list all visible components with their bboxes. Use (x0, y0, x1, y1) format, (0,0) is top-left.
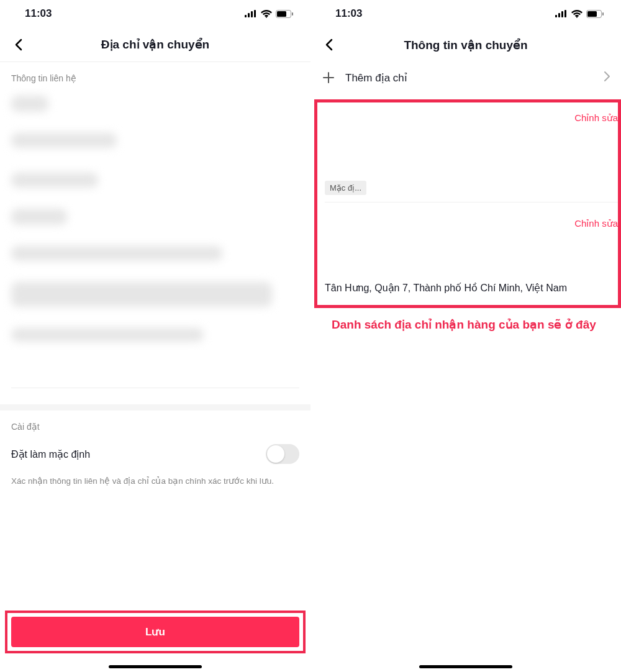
section-divider (0, 404, 310, 411)
cellular-icon (245, 10, 257, 17)
add-address-label: Thêm địa chỉ (345, 71, 594, 84)
toggle-knob (267, 445, 284, 463)
svg-rect-5 (277, 11, 286, 17)
settings-section: Cài đặt Đặt làm mặc định Xác nhận thông … (0, 411, 310, 499)
svg-rect-1 (248, 13, 250, 17)
svg-rect-7 (555, 15, 557, 17)
annotation-text: Danh sách địa chỉ nhận hàng của bạn sẽ ở… (310, 308, 621, 334)
save-button[interactable]: Lưu (11, 617, 299, 647)
settings-label: Cài đặt (11, 422, 299, 432)
battery-icon (276, 10, 293, 18)
phone-left: 11:03 Địa chỉ vận chuyển Thông tin liên … (0, 0, 310, 672)
status-icons (245, 10, 293, 18)
svg-rect-6 (292, 12, 293, 16)
svg-rect-10 (564, 10, 566, 17)
default-toggle[interactable] (266, 444, 299, 464)
save-highlight: Lưu (5, 611, 306, 653)
svg-rect-9 (561, 11, 563, 17)
save-hint: Xác nhận thông tin liên hệ và địa chỉ củ… (11, 475, 299, 488)
battery-icon (586, 10, 604, 18)
address-divider (325, 202, 618, 202)
page-title: Địa chỉ vận chuyển (0, 37, 310, 52)
default-badge: Mặc đị... (325, 181, 366, 195)
default-toggle-row: Đặt làm mặc định (11, 444, 299, 464)
svg-rect-3 (254, 10, 256, 17)
svg-rect-13 (602, 12, 604, 16)
phone-right: 11:03 Thông tin vận chuyển Thêm địa chỉ (310, 0, 621, 672)
chevron-right-icon (604, 71, 610, 84)
add-address-row[interactable]: Thêm địa chỉ (310, 62, 621, 93)
back-button[interactable] (11, 37, 26, 52)
home-indicator (109, 665, 202, 668)
cellular-icon (555, 10, 568, 17)
svg-rect-0 (245, 15, 247, 17)
svg-rect-2 (251, 11, 253, 17)
chevron-left-icon (15, 39, 22, 51)
wifi-icon (571, 10, 582, 18)
address-text: Tân Hưng, Quận 7, Thành phố Hồ Chí Minh,… (325, 282, 610, 294)
page-title: Thông tin vận chuyển (310, 38, 621, 52)
blurred-content (0, 89, 310, 388)
nav-bar: Thông tin vận chuyển (310, 27, 621, 62)
svg-rect-12 (587, 11, 597, 17)
status-time: 11:03 (335, 7, 362, 20)
back-button[interactable] (322, 37, 337, 52)
status-bar: 11:03 (310, 0, 621, 27)
wifi-icon (261, 10, 272, 18)
edit-address-link-1[interactable]: Chỉnh sửa (574, 112, 618, 124)
status-bar: 11:03 (0, 0, 310, 27)
chevron-left-icon (325, 39, 333, 51)
home-indicator (419, 665, 512, 668)
svg-rect-8 (558, 13, 560, 17)
nav-bar: Địa chỉ vận chuyển (0, 27, 310, 62)
address-list-highlight: Chỉnh sửa Mặc đị... Chỉnh sửa Tân Hưng, … (314, 99, 621, 308)
plus-icon (322, 71, 335, 84)
default-toggle-label: Đặt làm mặc định (11, 448, 90, 460)
edit-address-link-2[interactable]: Chỉnh sửa (574, 218, 618, 229)
contact-section-label: Thông tin liên hệ (0, 62, 310, 89)
status-icons (555, 10, 604, 18)
status-time: 11:03 (25, 7, 52, 20)
